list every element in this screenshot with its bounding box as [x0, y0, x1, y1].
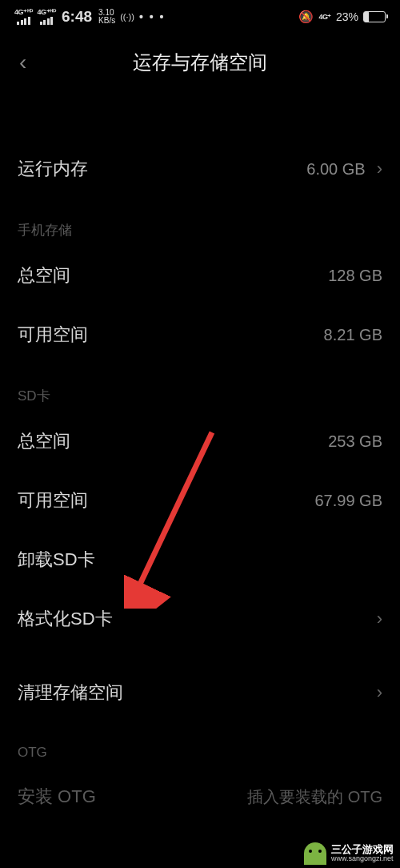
row-label: 可用空间	[18, 323, 88, 347]
signal-1: 4G⁺ᴴᴰ	[14, 9, 33, 25]
row-label: 总空间	[18, 429, 70, 453]
watermark-url: www.sangongzi.net	[331, 855, 394, 863]
net-speed-unit: KB/s	[98, 17, 115, 25]
signal-2-label: 4G⁺ᴴᴰ	[38, 9, 56, 16]
section-phone-storage: 手机存储	[0, 199, 400, 246]
row-phone-total: 总空间 128 GB	[0, 246, 400, 305]
row-value: 253 GB	[328, 432, 382, 451]
row-label: 可用空间	[18, 488, 88, 512]
row-sd-total: 总空间 253 GB	[0, 412, 400, 471]
back-button[interactable]: ‹	[19, 50, 26, 75]
page-header: ‹ 运存与存储空间	[0, 34, 400, 91]
status-right: 🔕 4G⁺ 23%	[298, 10, 386, 24]
net-indicator: 4G⁺	[318, 14, 331, 21]
row-value: 6.00 GB	[306, 160, 365, 179]
row-install-otg: 安装 OTG 插入要装载的 OTG	[0, 767, 400, 826]
row-format-sd[interactable]: 格式化SD卡 ›	[0, 589, 400, 649]
clock: 6:48	[62, 8, 92, 26]
chevron-right-icon: ›	[377, 159, 382, 179]
row-value: 67.99 GB	[314, 492, 382, 510]
row-hint: 插入要装载的 OTG	[247, 786, 382, 808]
watermark: 三公子游戏网 www.sangongzi.net	[298, 839, 400, 868]
content: 运行内存 6.00 GB › 手机存储 总空间 128 GB 可用空间 8.21…	[0, 91, 400, 826]
row-label: 安装 OTG	[18, 785, 96, 809]
row-value: 8.21 GB	[324, 326, 382, 344]
row-label: 总空间	[18, 263, 70, 287]
signal-2: 4G⁺ᴴᴰ	[38, 9, 56, 25]
section-otg: OTG	[0, 722, 400, 767]
row-sd-available: 可用空间 67.99 GB	[0, 471, 400, 530]
hotspot-icon: ((·))	[120, 12, 134, 22]
row-phone-available: 可用空间 8.21 GB	[0, 305, 400, 364]
row-value: 128 GB	[328, 267, 382, 285]
row-label: 清理存储空间	[18, 681, 123, 705]
signal-1-label: 4G⁺ᴴᴰ	[14, 9, 33, 16]
row-label: 格式化SD卡	[18, 607, 113, 631]
row-unmount-sd[interactable]: 卸载SD卡	[0, 530, 400, 589]
chevron-right-icon: ›	[377, 609, 382, 629]
bell-mute-icon: 🔕	[298, 10, 314, 24]
signal-bars-icon	[40, 17, 54, 25]
status-left: 4G⁺ᴴᴰ 4G⁺ᴴᴰ 6:48 3.10 KB/s ((·)) • • •	[14, 8, 165, 26]
more-icon: • • •	[139, 10, 165, 23]
signal-bars-icon	[17, 17, 30, 25]
battery-icon	[363, 11, 386, 22]
watermark-logo-icon	[304, 842, 326, 865]
status-bar: 4G⁺ᴴᴰ 4G⁺ᴴᴰ 6:48 3.10 KB/s ((·)) • • • 🔕…	[0, 0, 400, 34]
chevron-right-icon: ›	[377, 682, 382, 703]
row-label: 卸载SD卡	[18, 548, 95, 572]
row-label: 运行内存	[18, 157, 88, 181]
net-indicator-label: 4G⁺	[318, 14, 331, 21]
section-sd-card: SD卡	[0, 364, 400, 412]
battery-percent: 23%	[336, 10, 358, 23]
net-speed: 3.10 KB/s	[98, 9, 115, 25]
watermark-title: 三公子游戏网	[331, 844, 394, 855]
page-title: 运存与存储空间	[19, 50, 381, 75]
row-ram[interactable]: 运行内存 6.00 GB ›	[0, 139, 400, 199]
row-cleanup[interactable]: 清理存储空间 ›	[0, 663, 400, 722]
